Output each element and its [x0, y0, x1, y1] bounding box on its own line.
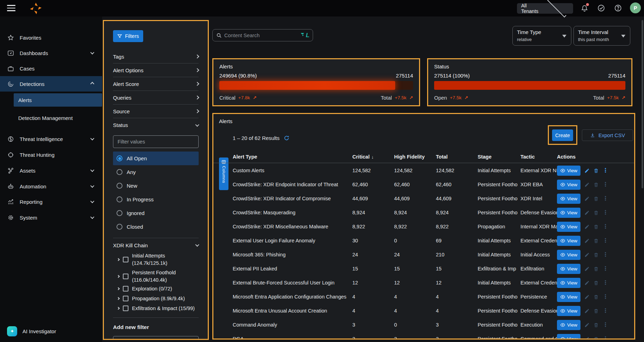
filter-values-input[interactable]	[113, 135, 199, 148]
refresh-icon[interactable]	[284, 135, 290, 141]
checkbox-icon[interactable]	[123, 286, 128, 291]
select-filter-input[interactable]	[113, 336, 199, 340]
view-button[interactable]: View	[557, 222, 580, 232]
delete-icon[interactable]	[593, 252, 599, 257]
status-option-ignored[interactable]: Ignored	[113, 206, 199, 220]
edit-icon[interactable]	[584, 322, 590, 328]
view-button[interactable]: View	[557, 250, 580, 260]
filter-section-alert-options[interactable]: Alert Options	[113, 63, 199, 77]
checkbox-icon[interactable]	[123, 257, 128, 262]
delete-icon[interactable]	[593, 182, 599, 187]
more-actions-icon[interactable]: ⋮	[603, 322, 608, 328]
menu-icon[interactable]	[7, 5, 15, 11]
edit-icon[interactable]	[584, 308, 590, 314]
sidebar-item-cases[interactable]: Cases	[0, 61, 102, 76]
view-button[interactable]: View	[557, 278, 580, 288]
kill-chain-item-propagation[interactable]: Propagation (8.9k/9.4k)	[113, 294, 199, 303]
more-actions-icon[interactable]: ⋮	[603, 196, 608, 201]
create-button[interactable]: Create	[552, 129, 573, 141]
checkbox-icon[interactable]	[123, 306, 128, 311]
brand-logo-icon[interactable]	[28, 1, 44, 17]
tasks-check-icon[interactable]	[596, 3, 606, 13]
more-actions-icon[interactable]: ⋮	[603, 280, 608, 286]
time-type-select[interactable]: Time Type relative	[512, 26, 571, 46]
query-language-icon[interactable]: L	[301, 32, 309, 39]
more-actions-icon[interactable]: ⋮	[603, 168, 608, 173]
more-actions-icon[interactable]: ⋮	[603, 266, 608, 271]
filter-section-status[interactable]: Status	[113, 118, 199, 132]
kill-chain-header[interactable]: XDR Kill Chain	[113, 238, 199, 252]
header-total[interactable]: Total	[436, 154, 478, 160]
sidebar-item-dashboards[interactable]: Dashboards	[0, 45, 102, 61]
status-option-new[interactable]: New	[113, 179, 199, 193]
edit-icon[interactable]	[584, 336, 590, 340]
status-option-in-progress[interactable]: In Progress	[113, 193, 199, 206]
edit-icon[interactable]	[584, 210, 590, 215]
more-actions-icon[interactable]: ⋮	[603, 182, 608, 187]
edit-icon[interactable]	[584, 252, 590, 257]
edit-icon[interactable]	[584, 294, 590, 300]
user-avatar[interactable]: P	[630, 2, 641, 13]
more-actions-icon[interactable]: ⋮	[603, 308, 608, 314]
tenant-selector[interactable]: All Tenants	[517, 3, 573, 14]
search-input[interactable]	[224, 33, 298, 38]
sidebar-item-threat-hunting[interactable]: Threat Hunting	[0, 147, 102, 162]
sidebar-item-automation[interactable]: Automation	[0, 179, 102, 194]
edit-icon[interactable]	[584, 182, 590, 187]
view-button[interactable]: View	[557, 264, 580, 274]
status-option-closed[interactable]: Closed	[113, 220, 199, 234]
sidebar-item-ai-investigator[interactable]: ✦ AI Investigator	[0, 323, 102, 339]
view-button[interactable]: View	[557, 292, 580, 302]
delete-icon[interactable]	[593, 266, 599, 271]
filters-button[interactable]: Filters	[113, 30, 143, 42]
header-tactic[interactable]: Tactic	[520, 154, 557, 160]
sidebar-item-threat-intelligence[interactable]: Threat Intelligence	[0, 131, 102, 147]
view-button[interactable]: View	[557, 306, 580, 316]
expand-icon[interactable]	[117, 275, 120, 278]
more-actions-icon[interactable]: ⋮	[603, 252, 608, 257]
expand-icon[interactable]	[117, 258, 120, 261]
more-actions-icon[interactable]: ⋮	[603, 294, 608, 300]
header-critical[interactable]: Critical↓	[352, 154, 394, 160]
checkbox-icon[interactable]	[123, 274, 128, 279]
sidebar-item-assets[interactable]: Assets	[0, 163, 102, 178]
time-interval-select[interactable]: Time Interval this past month	[573, 26, 630, 46]
delete-icon[interactable]	[593, 336, 599, 340]
view-button[interactable]: View	[557, 236, 580, 246]
header-stage[interactable]: Stage	[478, 154, 520, 160]
sidebar-item-favorites[interactable]: Favorites	[0, 30, 102, 45]
more-actions-icon[interactable]: ⋮	[603, 224, 608, 229]
delete-icon[interactable]	[593, 308, 599, 314]
kill-chain-item-initial-attempts[interactable]: Initial Attempts (124.7k/125.1k)	[113, 252, 199, 267]
sidebar-item-reporting[interactable]: Reporting	[0, 194, 102, 209]
checkbox-icon[interactable]	[123, 296, 128, 301]
sidebar-item-system[interactable]: System	[0, 210, 102, 225]
view-button[interactable]: View	[557, 180, 580, 190]
view-button[interactable]: View	[557, 334, 580, 340]
header-high-fidelity[interactable]: High Fidelity	[394, 154, 436, 160]
expand-icon[interactable]	[117, 297, 120, 300]
view-button[interactable]: View	[557, 194, 580, 204]
filter-section-queries[interactable]: Queries	[113, 91, 199, 105]
delete-icon[interactable]	[593, 196, 599, 201]
delete-icon[interactable]	[593, 322, 599, 328]
delete-icon[interactable]	[593, 294, 599, 300]
sidebar-item-alerts[interactable]: Alerts	[14, 93, 102, 107]
notifications-bell-icon[interactable]	[579, 3, 590, 13]
delete-icon[interactable]	[593, 210, 599, 215]
edit-icon[interactable]	[584, 168, 590, 173]
header-alert-type[interactable]: Alert Type	[233, 154, 352, 160]
export-csv-button[interactable]: Export CSV	[582, 129, 633, 141]
expand-icon[interactable]	[117, 287, 120, 290]
edit-icon[interactable]	[584, 266, 590, 271]
edit-icon[interactable]	[584, 280, 590, 286]
expand-icon[interactable]	[117, 307, 120, 310]
edit-icon[interactable]	[584, 238, 590, 243]
status-option-all-open[interactable]: All Open	[113, 152, 199, 165]
filter-section-alert-score[interactable]: Alert Score	[113, 77, 199, 91]
status-option-any[interactable]: Any	[113, 165, 199, 179]
view-button[interactable]: View	[557, 208, 580, 218]
kill-chain-item-persistent-foothold[interactable]: Persistent Foothold (116.0k/140.4k)	[113, 269, 199, 284]
more-actions-icon[interactable]: ⋮	[603, 238, 608, 243]
more-actions-icon[interactable]: ⋮	[603, 210, 608, 215]
